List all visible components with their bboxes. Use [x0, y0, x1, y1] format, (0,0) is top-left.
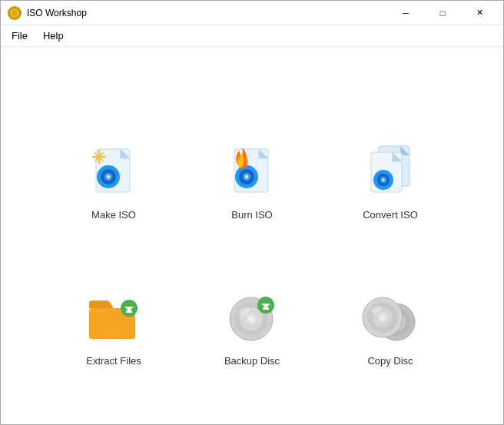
- svg-rect-35: [89, 313, 135, 339]
- window-controls: ─ □ ✕: [388, 1, 497, 25]
- svg-rect-38: [126, 310, 132, 313]
- main-window: ISO Workshop ─ □ ✕ File Help: [0, 0, 504, 425]
- extract-files-icon: [86, 291, 141, 342]
- burn-iso-icon-wrapper: [221, 140, 283, 201]
- main-content: Make ISO: [1, 47, 503, 424]
- backup-disc-icon-wrapper: [221, 286, 283, 347]
- svg-point-61: [380, 314, 386, 320]
- convert-iso-icon-wrapper: [360, 140, 421, 201]
- extract-files-label: Extract Files: [86, 355, 141, 367]
- svg-point-3: [14, 12, 15, 14]
- burn-iso-icon: [225, 143, 279, 198]
- convert-iso-item[interactable]: Convert ISO: [333, 98, 448, 228]
- burn-iso-item[interactable]: Burn ISO: [194, 98, 310, 228]
- backup-disc-icon: [224, 291, 280, 342]
- menu-bar: File Help: [1, 25, 503, 47]
- make-iso-icon-wrapper: [83, 140, 144, 201]
- convert-iso-label: Convert ISO: [363, 209, 418, 221]
- svg-rect-49: [263, 307, 269, 310]
- svg-point-33: [383, 178, 385, 181]
- feature-grid: Make ISO: [56, 98, 448, 374]
- svg-point-11: [107, 175, 110, 178]
- make-iso-label: Make ISO: [91, 209, 136, 221]
- convert-iso-icon: [363, 143, 417, 198]
- app-icon: [7, 5, 22, 21]
- menu-file[interactable]: File: [4, 27, 35, 45]
- minimize-button[interactable]: ─: [388, 1, 423, 25]
- close-button[interactable]: ✕: [462, 1, 497, 25]
- maximize-button[interactable]: □: [425, 1, 460, 25]
- copy-disc-icon-wrapper: [360, 286, 421, 347]
- copy-disc-item[interactable]: Copy Disc: [333, 244, 448, 374]
- copy-disc-icon: [360, 291, 421, 342]
- backup-disc-item[interactable]: Backup Disc: [194, 244, 310, 374]
- backup-disc-label: Backup Disc: [224, 355, 280, 367]
- title-bar: ISO Workshop ─ □ ✕: [1, 1, 503, 25]
- extract-files-icon-wrapper: [83, 286, 144, 347]
- copy-disc-label: Copy Disc: [367, 355, 413, 367]
- make-iso-icon: [87, 143, 141, 198]
- make-iso-item[interactable]: Make ISO: [56, 98, 171, 228]
- window-title: ISO Workshop: [27, 8, 388, 18]
- svg-point-23: [245, 175, 248, 178]
- extract-files-item[interactable]: Extract Files: [56, 244, 171, 374]
- svg-point-45: [248, 316, 254, 322]
- menu-help[interactable]: Help: [35, 27, 71, 45]
- burn-iso-label: Burn ISO: [231, 209, 272, 221]
